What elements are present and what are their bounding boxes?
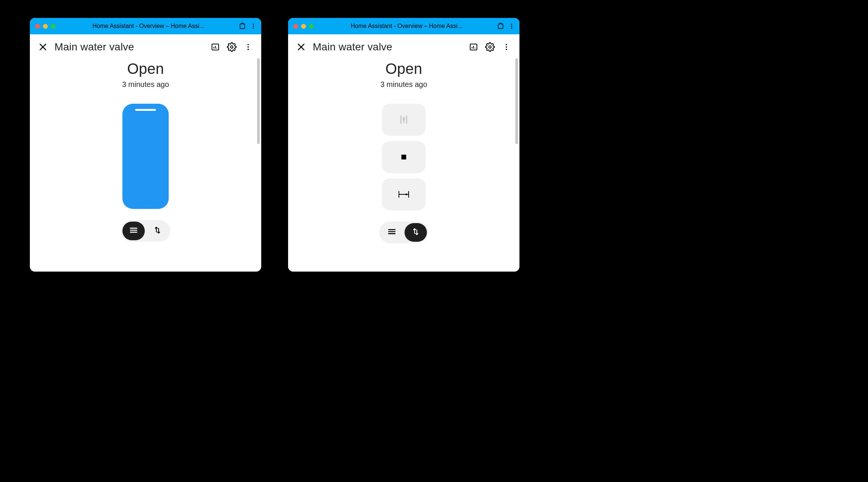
menu-icon [129,225,138,237]
extensions-icon[interactable] [238,22,246,30]
chart-bar-icon[interactable] [469,42,478,52]
valve-open-icon [398,114,409,125]
chart-bar-icon[interactable] [210,42,220,52]
last-changed-label: 3 minutes ago [122,80,169,89]
window-titlebar: Home Assistant - Overview – Home Assi... [288,18,519,34]
dialog-content: Open 3 minutes ago [288,56,519,243]
open-valve-button[interactable] [382,104,426,136]
valve-close-icon [397,190,410,199]
svg-point-16 [511,24,512,25]
mode-slider-button[interactable] [122,222,145,240]
scrollbar-thumb[interactable] [257,58,260,144]
window-zoom-button[interactable] [309,24,314,29]
window-controls [34,24,59,29]
more-info-dialog: Main water valve Open 3 minutes ago [30,34,261,272]
window-titlebar: Home Assistant - Overview – Home Assi... [30,18,261,34]
svg-point-12 [247,49,249,50]
dots-vertical-icon[interactable] [243,42,253,52]
swap-vertical-icon [411,227,420,238]
app-window: Home Assistant - Overview – Home Assi...… [30,18,261,272]
browser-menu-icon[interactable] [249,22,257,30]
svg-point-10 [247,44,249,46]
close-icon[interactable] [38,42,48,52]
browser-menu-icon[interactable] [508,22,516,30]
state-label: Open [127,60,164,77]
menu-icon [387,227,397,238]
stop-icon [400,153,408,161]
control-mode-toggle [379,222,428,243]
control-mode-toggle [121,220,170,242]
extensions-icon[interactable] [496,22,505,30]
svg-point-27 [506,46,507,48]
mode-slider-button[interactable] [381,223,403,242]
dialog-content: Open 3 minutes ago [30,56,261,242]
svg-point-9 [231,46,233,48]
dialog-title: Main water valve [54,41,204,53]
swap-vertical-icon [153,226,162,236]
svg-point-11 [247,46,249,48]
svg-point-0 [253,24,254,25]
valve-position-slider[interactable] [122,104,169,209]
dialog-header: Main water valve [30,34,261,56]
close-icon[interactable] [296,42,306,52]
mode-buttons-button[interactable] [405,223,427,242]
window-close-button[interactable] [35,24,40,29]
window-minimize-button[interactable] [301,24,306,29]
svg-point-28 [506,49,507,50]
dots-vertical-icon[interactable] [502,42,511,52]
svg-point-17 [511,26,512,27]
valve-controls [382,104,426,210]
window-close-button[interactable] [293,24,298,29]
more-info-dialog: Main water valve Open 3 minutes ago [288,34,519,272]
svg-point-2 [253,28,254,29]
app-window: Home Assistant - Overview – Home Assi...… [288,18,519,272]
window-zoom-button[interactable] [51,24,56,29]
dialog-header: Main water valve [288,34,519,56]
close-valve-button[interactable] [382,178,426,210]
svg-rect-33 [402,155,406,160]
window-title: Home Assistant - Overview – Home Assi... [62,23,235,29]
scrollbar-thumb[interactable] [515,58,518,144]
svg-point-1 [253,26,254,27]
window-title: Home Assistant - Overview – Home Assi... [320,23,493,29]
mode-buttons-button[interactable] [146,222,169,240]
svg-point-37 [406,194,408,195]
last-changed-label: 3 minutes ago [380,80,427,89]
gear-icon[interactable] [485,42,495,52]
gear-icon[interactable] [227,42,237,52]
stop-valve-button[interactable] [382,141,426,173]
state-label: Open [385,60,422,77]
svg-point-25 [489,46,491,48]
dialog-title: Main water valve [313,41,462,53]
svg-point-32 [403,118,405,120]
window-controls [292,24,317,29]
window-minimize-button[interactable] [43,24,48,29]
svg-point-26 [506,44,507,46]
svg-point-18 [511,28,512,29]
